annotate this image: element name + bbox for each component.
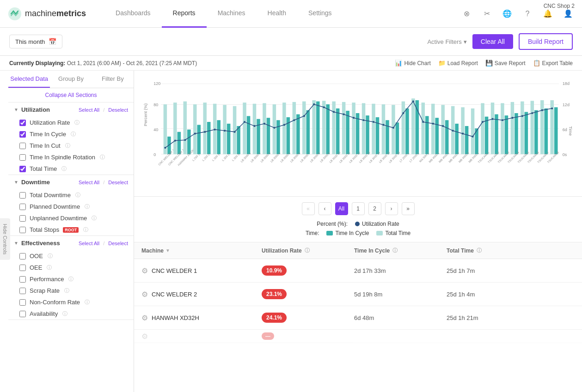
info-unplanned-downtime[interactable]: ⓘ — [92, 215, 97, 222]
nav-health[interactable]: Health — [257, 0, 297, 28]
export-table-button[interactable]: 📋 Export Table — [533, 60, 573, 66]
downtime-select-all[interactable]: Select All — [79, 180, 99, 185]
tab-selected-data[interactable]: Selected Data — [8, 71, 50, 88]
checkbox-performance[interactable]: Performance ⓘ — [8, 273, 134, 285]
svg-rect-36 — [217, 120, 221, 154]
svg-rect-108 — [396, 122, 399, 154]
hide-controls-tab[interactable]: Hide Controls — [0, 218, 10, 260]
hide-chart-button[interactable]: 📊 Hide Chart — [395, 60, 430, 66]
downtime-deselect[interactable]: Deselect — [108, 180, 128, 185]
table-area: Machine ▼ Utilization Rate ⓘ Time In Cyc… — [134, 242, 582, 392]
legend-row-time: Time: Time In Cycle Total Time — [306, 230, 410, 236]
col-header-utilization[interactable]: Utilization Rate ⓘ — [262, 247, 354, 254]
page-last-button[interactable]: » — [402, 202, 415, 215]
svg-rect-120 — [425, 116, 429, 154]
page-first-button[interactable]: « — [302, 202, 315, 215]
info-performance[interactable]: ⓘ — [68, 276, 74, 283]
info-total-stops[interactable]: ⓘ — [83, 226, 88, 233]
svg-rect-115 — [411, 98, 415, 154]
svg-rect-88 — [346, 111, 349, 154]
machine-icon-1: ⚙ — [141, 266, 148, 275]
globe-icon[interactable]: 🌐 — [501, 7, 514, 20]
active-filters-button[interactable]: Active Filters ▾ — [427, 38, 466, 45]
info-planned-downtime[interactable]: ⓘ — [85, 203, 90, 210]
info-total-time[interactable]: ⓘ — [61, 165, 67, 172]
info-time-in-spindle[interactable]: ⓘ — [100, 154, 105, 161]
info-oee[interactable]: ⓘ — [47, 264, 52, 271]
svg-rect-123 — [431, 104, 435, 154]
svg-rect-55 — [263, 103, 266, 154]
total-time-cell-2: 25d 1h 4m — [447, 291, 575, 298]
table-row[interactable]: ⚙ CNC WELDER 2 23.1% 5d 19h 8m 25d 1h 4m — [134, 283, 582, 306]
utilization-deselect[interactable]: Deselect — [108, 107, 128, 113]
info-ooe[interactable]: ⓘ — [48, 253, 53, 259]
checkbox-scrap-rate[interactable]: Scrap Rate ⓘ — [8, 285, 134, 296]
table-row[interactable]: ⚙ CNC WELDER 1 10.9% 2d 17h 33m 25d 1h 7… — [134, 259, 582, 283]
checkbox-unplanned-downtime[interactable]: Unplanned Downtime ⓘ — [8, 212, 134, 224]
svg-rect-32 — [207, 122, 211, 154]
info-availability[interactable]: ⓘ — [62, 310, 67, 317]
clear-all-button[interactable]: Clear All — [472, 34, 513, 49]
checkbox-availability[interactable]: Availability ⓘ — [8, 308, 134, 320]
svg-rect-19 — [173, 103, 177, 154]
page-prev-button[interactable]: ‹ — [319, 202, 331, 215]
table-row[interactable]: ⚙ — — [134, 330, 582, 343]
save-report-button[interactable]: 💾 Save Report — [485, 60, 526, 66]
section-title-effectiveness: Effectiveness — [21, 240, 79, 247]
date-picker[interactable]: This month 📅 — [9, 35, 62, 48]
tab-filter-by[interactable]: Filter By — [92, 71, 134, 88]
info-col-util[interactable]: ⓘ — [305, 247, 310, 254]
col-header-time-in-cycle[interactable]: Time In Cycle ⓘ — [354, 247, 447, 254]
nav-settings[interactable]: Settings — [297, 0, 343, 28]
svg-rect-111 — [402, 102, 405, 154]
page-all-button[interactable]: All — [335, 202, 348, 215]
effectiveness-deselect[interactable]: Deselect — [108, 241, 128, 246]
info-non-conform-rate[interactable]: ⓘ — [85, 299, 90, 306]
tools-icon[interactable]: ✂ — [480, 7, 493, 20]
col-header-total-time[interactable]: Total Time ⓘ — [447, 247, 575, 254]
section-header-utilization[interactable]: ▼ Utilization Select All / Deselect — [8, 103, 134, 117]
info-scrap-rate[interactable]: ⓘ — [64, 287, 69, 294]
checkbox-time-in-cycle[interactable]: Time In Cycle ⓘ — [8, 128, 134, 140]
section-header-effectiveness[interactable]: ▼ Effectiveness Select All / Deselect — [8, 236, 134, 250]
checkbox-utilization-rate[interactable]: Utilization Rate ⓘ — [8, 117, 134, 128]
page-2-button[interactable]: 2 — [368, 202, 381, 215]
checkbox-total-downtime[interactable]: Total Downtime ⓘ — [8, 189, 134, 201]
tab-group-by[interactable]: Group By — [50, 71, 92, 88]
nav-dashboards[interactable]: Dashboards — [104, 0, 162, 28]
nav-machines[interactable]: Machines — [207, 0, 257, 28]
nav-reports[interactable]: Reports — [162, 0, 207, 28]
checkbox-planned-downtime[interactable]: Planned Downtime ⓘ — [8, 201, 134, 212]
checkbox-non-conform-rate[interactable]: Non-Conform Rate ⓘ — [8, 296, 134, 308]
utilization-select-all[interactable]: Select All — [79, 107, 99, 113]
checkbox-time-in-spindle[interactable]: Time In Spindle Rotation ⓘ — [8, 151, 134, 163]
svg-rect-87 — [342, 102, 346, 154]
page-1-button[interactable]: 1 — [352, 202, 365, 215]
logo[interactable]: machinemetrics — [7, 6, 86, 21]
info-time-in-cut[interactable]: ⓘ — [65, 142, 70, 149]
checkbox-ooe[interactable]: OOE ⓘ — [8, 250, 134, 262]
info-utilization-rate[interactable]: ⓘ — [74, 119, 80, 126]
help-icon[interactable]: ? — [521, 7, 534, 20]
col-header-machine[interactable]: Machine ▼ — [141, 247, 262, 254]
info-col-time-cycle[interactable]: ⓘ — [392, 247, 398, 254]
notifications-icon[interactable]: ⊗ — [460, 7, 473, 20]
page-next-button[interactable]: › — [385, 202, 398, 215]
info-time-in-cycle[interactable]: ⓘ — [71, 131, 76, 138]
main-nav: Dashboards Reports Machines Health Setti… — [104, 0, 460, 28]
build-report-button[interactable]: Build Report — [519, 33, 573, 50]
svg-rect-72 — [306, 110, 310, 154]
load-report-button[interactable]: 📁 Load Report — [438, 60, 478, 66]
svg-rect-136 — [465, 126, 469, 154]
svg-rect-127 — [441, 105, 445, 154]
collapse-all-button[interactable]: Collapse All Sections — [8, 88, 134, 103]
table-row[interactable]: ⚙ HANWAH XD32H 24.1% 6d 48m 25d 1h 21m — [134, 306, 582, 330]
checkbox-total-time[interactable]: Total Time ⓘ — [8, 163, 134, 175]
checkbox-oee[interactable]: OEE ⓘ — [8, 262, 134, 273]
effectiveness-select-all[interactable]: Select All — [79, 241, 99, 246]
info-total-downtime[interactable]: ⓘ — [75, 192, 80, 199]
checkbox-time-in-cut[interactable]: Time In Cut ⓘ — [8, 140, 134, 151]
info-col-total-time[interactable]: ⓘ — [477, 247, 482, 254]
checkbox-total-stops[interactable]: Total Stops ROOT ⓘ — [8, 224, 134, 235]
section-header-downtime[interactable]: ▼ Downtime Select All / Deselect — [8, 175, 134, 189]
